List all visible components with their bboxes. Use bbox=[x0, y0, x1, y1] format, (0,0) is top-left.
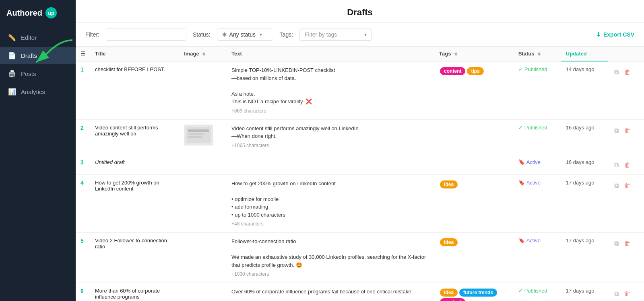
filter-rows-icon[interactable]: ☰ bbox=[80, 51, 85, 57]
bookmark-icon: 🔖 bbox=[518, 238, 525, 244]
check-icon: ✓ bbox=[518, 66, 523, 72]
check-icon: ✓ bbox=[518, 125, 523, 131]
image-sort-icon[interactable]: ⇅ bbox=[202, 52, 205, 56]
filter-input[interactable] bbox=[106, 29, 186, 41]
delete-button[interactable]: 🗑 bbox=[623, 239, 632, 248]
tag-badge[interactable]: idea bbox=[440, 289, 458, 297]
status-asterisk: ✱ bbox=[222, 31, 227, 38]
delete-button[interactable]: 🗑 bbox=[623, 181, 632, 190]
table-row: 3Untitled draft🔖 Active16 days ago ⧉ 🗑 bbox=[76, 154, 644, 174]
tag-badge[interactable]: tips bbox=[467, 67, 483, 75]
draft-text: Simple TOP-10%-LINKEDIN-POST checklist—b… bbox=[227, 61, 434, 119]
draft-tags bbox=[434, 119, 514, 154]
drafts-table-container: ☰ Title Image ⇅ Text Tags ⇅ bbox=[76, 47, 644, 301]
draft-status: ✓ Published bbox=[514, 119, 561, 154]
tags-placeholder: Filter by tags bbox=[305, 31, 337, 38]
draft-actions: ⧉ 🗑 bbox=[608, 154, 644, 174]
svg-rect-4 bbox=[188, 136, 202, 138]
delete-button[interactable]: 🗑 bbox=[623, 68, 632, 77]
draft-tags: idea bbox=[434, 174, 514, 233]
page-header: Drafts bbox=[76, 0, 644, 23]
table-header-row: ☰ Title Image ⇅ Text Tags ⇅ bbox=[76, 47, 644, 61]
draft-image bbox=[179, 119, 227, 154]
tags-sort-icon[interactable]: ⇅ bbox=[454, 52, 457, 56]
tag-badge[interactable]: content bbox=[440, 298, 465, 301]
draft-text: How to get 200% growth on LinkedIn conte… bbox=[227, 174, 434, 233]
tag-badge[interactable]: idea bbox=[440, 238, 458, 246]
tag-badge[interactable]: future trends bbox=[459, 289, 497, 297]
draft-title[interactable]: More than 60% of corporate influence pro… bbox=[90, 283, 179, 301]
sidebar-item-analytics[interactable]: 📊 Analytics bbox=[0, 83, 76, 100]
table-row: 1checklist for BEFORE I POST.Simple TOP-… bbox=[76, 61, 644, 119]
table-row: 4How to get 200% growth on LinkedIn cont… bbox=[76, 174, 644, 233]
export-csv-button[interactable]: ⬇ Export CSV bbox=[596, 31, 634, 38]
copy-button[interactable]: ⧉ bbox=[613, 126, 620, 135]
drafts-icon: 📄 bbox=[8, 52, 16, 59]
sidebar-item-posts[interactable]: 🖨️ Posts bbox=[0, 65, 76, 82]
char-count: +1030 characters bbox=[231, 270, 429, 278]
draft-title[interactable]: Video 2 Follower-to-connection ratio bbox=[90, 233, 179, 283]
tag-badge[interactable]: idea bbox=[440, 180, 458, 188]
app-logo: Authored up bbox=[0, 0, 76, 26]
sidebar-nav: ✏️ Editor 📄 Drafts 🖨️ Posts 📊 Analytics bbox=[0, 26, 76, 104]
sidebar-item-editor[interactable]: ✏️ Editor bbox=[0, 29, 76, 46]
copy-button[interactable]: ⧉ bbox=[613, 161, 620, 170]
draft-text: Follower-to-connection ratioWe made an e… bbox=[227, 233, 434, 283]
draft-actions: ⧉ 🗑 bbox=[608, 119, 644, 154]
char-count: +869 characters bbox=[231, 107, 429, 115]
copy-button[interactable]: ⧉ bbox=[613, 239, 620, 248]
status-badge: 🔖 Active bbox=[518, 180, 556, 186]
col-status: Status ⇅ bbox=[514, 47, 561, 61]
draft-updated: 17 days ago bbox=[561, 283, 608, 301]
draft-text: Over 60% of corporate influence programs… bbox=[227, 283, 434, 301]
status-badge: ✓ Published bbox=[518, 125, 556, 131]
draft-title[interactable]: How to get 200% growth on LinkedIn conte… bbox=[90, 174, 179, 233]
delete-button[interactable]: 🗑 bbox=[623, 289, 632, 298]
draft-title[interactable]: Untitled draft bbox=[90, 154, 179, 174]
draft-image bbox=[179, 283, 227, 301]
sidebar-item-label: Analytics bbox=[21, 88, 45, 95]
bookmark-icon: 🔖 bbox=[518, 159, 525, 165]
draft-tags: ideafuture trendscontent bbox=[434, 283, 514, 301]
sidebar-item-label: Editor bbox=[21, 34, 37, 41]
copy-button[interactable]: ⧉ bbox=[613, 68, 620, 77]
draft-status: 🔖 Active bbox=[514, 233, 561, 283]
export-icon: ⬇ bbox=[596, 31, 601, 38]
draft-title[interactable]: checklist for BEFORE I POST. bbox=[90, 61, 179, 119]
row-number: 4 bbox=[76, 174, 90, 233]
copy-button[interactable]: ⧉ bbox=[613, 181, 620, 190]
export-label: Export CSV bbox=[603, 31, 634, 38]
tags-select[interactable]: Filter by tags ▾ bbox=[299, 29, 372, 41]
draft-status: 🔖 Active bbox=[514, 174, 561, 233]
col-actions bbox=[608, 47, 644, 61]
filter-bar: Filter: Status: ✱ Any status ▾ Tags: Fil… bbox=[76, 23, 644, 47]
tags-dropdown-arrow: ▾ bbox=[364, 32, 367, 37]
main-content: Drafts Filter: Status: ✱ Any status ▾ Ta… bbox=[76, 0, 644, 301]
status-select[interactable]: ✱ Any status ▾ bbox=[217, 29, 273, 41]
drafts-table: ☰ Title Image ⇅ Text Tags ⇅ bbox=[76, 47, 644, 301]
tag-badge[interactable]: content bbox=[440, 67, 465, 75]
check-icon: ✓ bbox=[518, 288, 523, 294]
draft-text: Video content still performs amazingly w… bbox=[227, 119, 434, 154]
copy-button[interactable]: ⧉ bbox=[613, 289, 620, 298]
draft-tags bbox=[434, 154, 514, 174]
draft-title[interactable]: Video content still performs amazingly w… bbox=[90, 119, 179, 154]
draft-status: ✓ Published bbox=[514, 283, 561, 301]
draft-actions: ⧉ 🗑 bbox=[608, 174, 644, 233]
page-title: Drafts bbox=[76, 7, 644, 18]
delete-button[interactable]: 🗑 bbox=[623, 126, 632, 135]
draft-image bbox=[179, 174, 227, 233]
draft-updated: 14 days ago bbox=[561, 61, 608, 119]
image-thumbnail bbox=[184, 125, 213, 145]
status-badge: 🔖 Active bbox=[518, 238, 556, 244]
draft-image bbox=[179, 154, 227, 174]
svg-rect-3 bbox=[188, 133, 204, 135]
delete-button[interactable]: 🗑 bbox=[623, 161, 632, 170]
status-sort-icon[interactable]: ⇅ bbox=[537, 52, 541, 56]
col-tags: Tags ⇅ bbox=[434, 47, 514, 61]
draft-actions: ⧉ 🗑 bbox=[608, 283, 644, 301]
status-badge: ✓ Published bbox=[518, 66, 556, 72]
filter-label: Filter: bbox=[85, 31, 99, 38]
sidebar-item-drafts[interactable]: 📄 Drafts bbox=[0, 47, 76, 64]
updated-sort-icon[interactable]: ↓ bbox=[590, 52, 592, 56]
